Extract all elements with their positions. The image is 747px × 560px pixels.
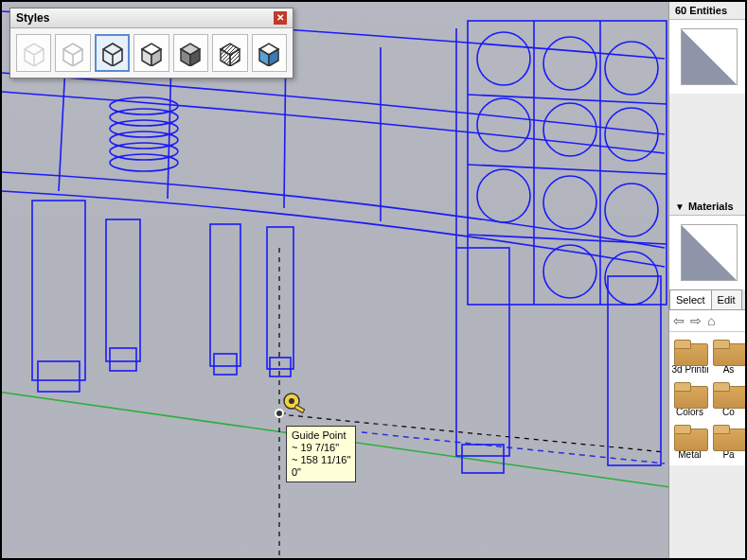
tooltip-title: Guide Point: [292, 429, 350, 442]
styles-panel-title: Styles: [16, 11, 49, 25]
style-monochrome[interactable]: [173, 34, 208, 72]
materials-header[interactable]: ▼Materials: [669, 198, 747, 216]
entity-default-material-swatch[interactable]: [669, 20, 747, 94]
style-wireframe-light[interactable]: [16, 34, 51, 72]
tray-panels: 60 Entities ▼Materials Select Edit ⇦ ⇨ ⌂…: [668, 2, 747, 558]
folder-metal[interactable]: Metal: [671, 421, 708, 462]
nav-home-icon[interactable]: ⌂: [707, 313, 715, 328]
svg-rect-11: [38, 361, 80, 392]
tooltip-line2: ~ 158 11/16": [292, 454, 350, 466]
folder-icon: [674, 380, 706, 407]
style-shaded[interactable]: [133, 34, 169, 72]
nav-back-icon[interactable]: ⇦: [673, 313, 685, 328]
svg-rect-16: [267, 227, 293, 369]
svg-point-34: [543, 176, 596, 229]
svg-point-32: [605, 108, 658, 161]
materials-nav: ⇦ ⇨ ⌂: [669, 310, 747, 332]
materials-current-swatch[interactable]: [669, 216, 747, 289]
folder-icon: [713, 338, 745, 364]
svg-point-36: [543, 245, 596, 298]
svg-rect-12: [106, 219, 140, 361]
folder-icon: [674, 338, 706, 364]
tab-select[interactable]: Select: [669, 289, 712, 309]
style-hidden-line[interactable]: [55, 34, 90, 72]
folder-concrete[interactable]: Co: [710, 378, 747, 419]
entity-info-header[interactable]: 60 Entities: [669, 2, 747, 20]
materials-folder-grid: 3d Printin As Colors Co Metal Pa: [669, 332, 747, 465]
nav-forward-icon[interactable]: ⇨: [690, 313, 702, 328]
svg-point-45: [289, 398, 294, 404]
svg-point-33: [477, 169, 530, 222]
svg-point-31: [543, 103, 596, 156]
material-swatch-icon: [681, 224, 738, 281]
entity-count-label: 60 Entities: [675, 5, 727, 16]
materials-tabs: Select Edit: [669, 289, 747, 310]
svg-rect-17: [270, 358, 291, 376]
style-xray[interactable]: [212, 34, 247, 72]
folder-icon: [674, 423, 706, 449]
styles-panel-titlebar[interactable]: Styles ✕: [10, 9, 293, 28]
material-swatch-icon: [681, 28, 738, 85]
tape-measure-cursor-icon: [282, 392, 307, 416]
materials-title: Materials: [688, 201, 734, 212]
tab-edit[interactable]: Edit: [711, 289, 742, 309]
svg-rect-14: [210, 224, 240, 366]
svg-point-37: [605, 252, 658, 305]
folder-3d-printing[interactable]: 3d Printin: [671, 336, 708, 376]
style-textured[interactable]: [252, 34, 287, 72]
svg-rect-18: [456, 248, 509, 456]
style-shaded-edges[interactable]: [95, 34, 130, 72]
svg-point-26: [110, 154, 178, 171]
svg-rect-46: [294, 405, 305, 412]
tooltip-line1: ~ 19 7/16": [292, 442, 350, 454]
measurement-tooltip: Guide Point ~ 19 7/16" ~ 158 11/16" 0": [286, 426, 356, 482]
styles-toolbar-panel[interactable]: Styles ✕: [9, 8, 293, 79]
folder-icon: [713, 423, 745, 449]
svg-point-27: [477, 32, 530, 85]
folder-asphalt[interactable]: As: [710, 336, 747, 376]
folder-patterns[interactable]: Pa: [710, 421, 747, 462]
svg-point-30: [477, 98, 530, 151]
svg-point-28: [543, 37, 596, 90]
styles-buttons-row: [10, 28, 293, 78]
tooltip-line3: 0": [292, 466, 350, 479]
folder-icon: [713, 380, 745, 407]
close-icon[interactable]: ✕: [274, 11, 287, 25]
folder-colors[interactable]: Colors: [671, 378, 708, 419]
svg-point-29: [605, 42, 658, 95]
svg-point-35: [605, 184, 658, 236]
svg-rect-13: [110, 348, 136, 371]
disclosure-triangle-icon[interactable]: ▼: [675, 201, 685, 212]
svg-rect-10: [32, 201, 85, 380]
svg-rect-15: [214, 354, 237, 375]
